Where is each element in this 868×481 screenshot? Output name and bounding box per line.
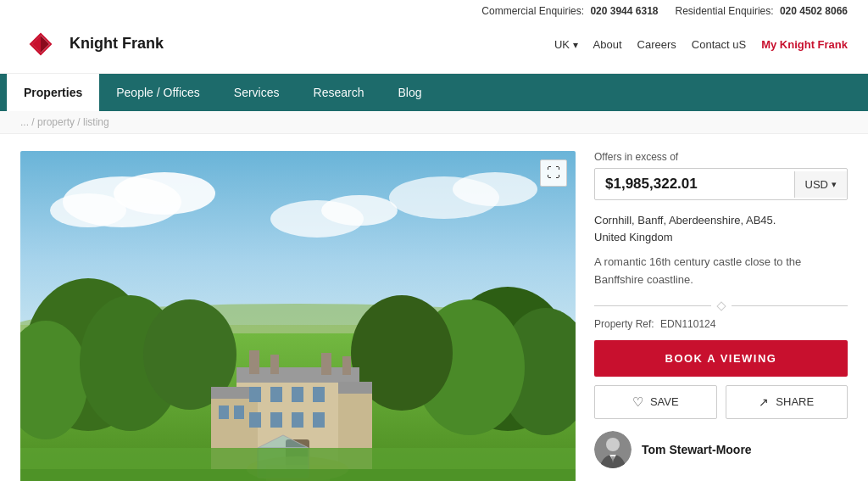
expand-image-button[interactable]: ⛶ [540,159,567,187]
nav-research[interactable]: Research [297,74,381,111]
svg-rect-35 [270,387,282,402]
diamond-icon [716,301,726,310]
logo-text: Knight Frank [70,36,164,53]
agent-name[interactable]: Tom Stewart-Moore [642,443,752,456]
offers-label: Offers in excess of [594,151,848,163]
commercial-enquiry: Commercial Enquiries: 020 3944 6318 [481,5,658,17]
svg-point-12 [453,172,537,206]
utility-bar: Commercial Enquiries: 020 3944 6318 Resi… [0,0,868,19]
nav-uk[interactable]: UK [554,38,578,51]
svg-rect-43 [234,405,244,419]
nav-my-knight-frank[interactable]: My Knight Frank [761,38,848,51]
svg-rect-39 [270,412,282,428]
share-button[interactable]: ↗ SHARE [726,385,849,419]
property-image-container: ⛶ [20,151,576,481]
nav-careers[interactable]: Careers [637,38,676,51]
nav-people-offices[interactable]: People / Offices [99,74,217,111]
svg-rect-36 [292,387,303,402]
divider [594,303,848,310]
svg-rect-37 [313,387,325,402]
svg-rect-33 [338,382,372,394]
nav-services[interactable]: Services [217,74,297,111]
price-row: $1,985,322.01 USD ▾ [594,168,848,200]
property-image [20,151,576,481]
nav-properties[interactable]: Properties [7,74,99,111]
nav-about[interactable]: About [593,38,622,51]
svg-rect-50 [20,469,576,481]
property-ref: Property Ref: EDN110124 [594,318,848,330]
save-button[interactable]: ♡ SAVE [594,385,717,419]
breadcrumb-bar: ... / property / listing [0,111,868,134]
header: Commercial Enquiries: 020 3944 6318 Resi… [0,0,868,74]
currency-selector[interactable]: USD ▾ [794,171,847,198]
svg-rect-41 [313,412,325,428]
svg-point-7 [114,172,215,215]
agent-avatar-image [594,431,632,468]
svg-rect-42 [219,405,229,419]
svg-rect-31 [342,356,351,375]
chevron-down-icon: ▾ [832,179,837,190]
expand-icon: ⛶ [547,165,560,181]
svg-rect-34 [249,387,261,402]
price-value: $1,985,322.01 [595,169,794,199]
svg-rect-38 [249,412,261,428]
svg-rect-28 [249,350,259,374]
residential-enquiry: Residential Enquiries: 020 4502 8066 [676,5,849,17]
knight-frank-logo-icon [20,24,61,64]
utility-nav-links: UK About Careers Contact uS My Knight Fr… [554,38,848,51]
svg-rect-40 [292,412,303,428]
heart-icon: ♡ [632,394,643,410]
property-description: A romantic 16th century castle close to … [594,254,848,289]
svg-rect-29 [270,355,279,374]
svg-rect-30 [321,353,331,375]
nav-blog[interactable]: Blog [381,74,438,111]
svg-point-8 [50,193,126,227]
svg-point-52 [606,438,620,451]
property-location: Cornhill, Banff, Aberdeenshire, AB45. Un… [594,212,848,245]
svg-point-10 [321,195,398,226]
action-buttons-row: ♡ SAVE ↗ SHARE [594,385,848,419]
content-area: ⛶ Offers in excess of $1,985,322.01 USD … [0,134,868,481]
share-icon: ↗ [759,395,769,409]
nav-contact[interactable]: Contact uS [692,38,746,51]
header-main-row: Knight Frank UK About Careers Contact uS… [0,19,868,73]
property-details-panel: Offers in excess of $1,985,322.01 USD ▾ … [576,151,848,469]
book-viewing-button[interactable]: BOOK A VIEWING [594,340,848,377]
main-navigation: Properties People / Offices Services Res… [0,74,868,111]
chevron-down-icon [573,38,578,51]
agent-row: Tom Stewart-Moore [594,431,848,468]
logo-area[interactable]: Knight Frank [20,24,164,64]
agent-avatar[interactable] [594,431,632,468]
